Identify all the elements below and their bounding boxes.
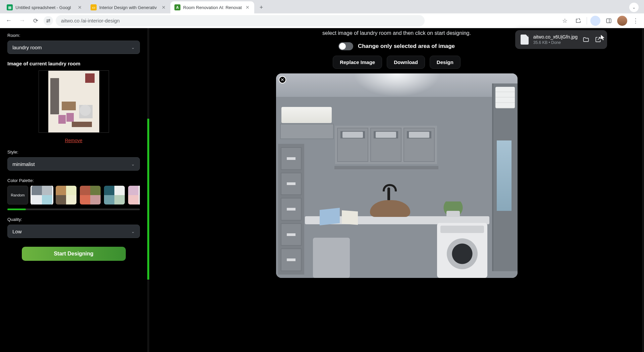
quality-label: Quality:: [7, 217, 140, 222]
tab-spreadsheet[interactable]: ▦ Untitled spreadsheet - Googl ✕: [3, 1, 87, 13]
address-bar[interactable]: aitwo.co/ai-interior-design: [56, 15, 425, 26]
replace-image-button[interactable]: Replace Image: [333, 56, 382, 69]
close-icon[interactable]: ✕: [77, 5, 83, 10]
style-select[interactable]: minimalist ⌄: [7, 157, 140, 171]
chevron-down-icon: ⌄: [131, 45, 135, 50]
extensions-icon[interactable]: [573, 16, 583, 26]
tabs-menu-button[interactable]: ⌄: [629, 3, 639, 12]
account-avatar-icon[interactable]: [617, 16, 627, 26]
browser-toolbar: ← → ⟳ aitwo.co/ai-interior-design ☆ ⋮: [0, 13, 644, 28]
download-label: Download: [394, 59, 418, 65]
close-result-icon[interactable]: ✕: [279, 76, 286, 83]
sidepanel-icon[interactable]: [604, 16, 614, 26]
uploaded-image-thumbnail[interactable]: [39, 70, 109, 133]
design-button[interactable]: Design: [430, 56, 461, 69]
palette-swatch-4[interactable]: [104, 186, 125, 204]
tab-aitwo[interactable]: A Room Renovation AI: Renovat ✕: [170, 1, 254, 13]
chevron-down-icon: ⌄: [131, 162, 135, 167]
tab-title: Interior Design with Generativ: [99, 5, 158, 10]
new-tab-button[interactable]: +: [256, 2, 266, 12]
bookmark-icon[interactable]: ☆: [560, 16, 570, 26]
quality-value: Low: [12, 229, 22, 234]
remove-image-link[interactable]: Remove: [65, 138, 82, 143]
controls-sidebar: Room: laundry room ⌄ Image of current la…: [0, 28, 149, 352]
palette-row: Random: [7, 186, 140, 204]
palette-swatch-1[interactable]: [32, 186, 52, 204]
svg-rect-2: [606, 19, 611, 23]
profile-avatar-icon[interactable]: [590, 16, 600, 26]
open-download-icon[interactable]: [594, 36, 602, 43]
slides-favicon-icon: ▭: [91, 4, 97, 10]
selected-area-toggle[interactable]: [338, 42, 353, 50]
reload-button[interactable]: ⟳: [30, 15, 41, 26]
url-path: /ai-interior-design: [81, 18, 120, 23]
svg-point-0: [49, 19, 50, 20]
palette-swatch-3[interactable]: [80, 186, 101, 204]
chevron-down-icon: ⌄: [131, 229, 135, 234]
random-label: Random: [11, 193, 25, 197]
palette-swatch-5[interactable]: [128, 186, 140, 204]
tab-title: Room Renovation AI: Renovat: [183, 5, 242, 10]
site-settings-icon[interactable]: [44, 16, 53, 25]
kebab-menu-icon[interactable]: ⋮: [631, 16, 641, 26]
palette-swatch-2[interactable]: [56, 186, 76, 204]
palette-random[interactable]: Random: [7, 186, 28, 204]
sheets-favicon-icon: ▦: [7, 4, 13, 10]
tab-slides[interactable]: ▭ Interior Design with Generativ ✕: [87, 1, 170, 13]
palette-label: Color Palette:: [7, 178, 140, 183]
main-panel: select image of laundry room and then cl…: [149, 28, 644, 352]
style-label: Style:: [7, 150, 140, 155]
room-select[interactable]: laundry room ⌄: [7, 41, 140, 54]
show-in-folder-icon[interactable]: [582, 36, 590, 43]
close-icon[interactable]: ✕: [245, 5, 250, 10]
start-designing-button[interactable]: Start Designing: [22, 247, 126, 261]
room-value: laundry room: [12, 45, 42, 50]
quality-select[interactable]: Low ⌄: [7, 225, 140, 238]
back-button[interactable]: ←: [3, 15, 14, 26]
download-filename: aitwo.co_x6UjGfn.jpg: [533, 34, 578, 40]
toolbar-divider: [587, 17, 587, 24]
main-scrollbar-track: [642, 28, 644, 352]
url-host: aitwo.co: [61, 18, 79, 23]
palette-scrollbar[interactable]: [7, 209, 140, 210]
room-label: Room:: [7, 33, 140, 38]
download-button[interactable]: Download: [387, 56, 425, 69]
style-value: minimalist: [12, 161, 35, 167]
replace-label: Replace Image: [340, 59, 375, 65]
result-image: ✕: [276, 73, 518, 278]
start-label: Start Designing: [54, 251, 93, 257]
aitwo-favicon-icon: A: [174, 4, 180, 10]
forward-button[interactable]: →: [17, 15, 28, 26]
tab-title: Untitled spreadsheet - Googl: [15, 5, 74, 10]
download-toast: aitwo.co_x6UjGfn.jpg 35.6 KB • Done: [515, 30, 607, 49]
file-icon: [521, 35, 529, 45]
image-heading: Image of current laundry room: [7, 61, 140, 66]
svg-point-1: [47, 21, 48, 22]
toggle-label: Change only selected area of image: [358, 43, 455, 50]
download-meta: 35.6 KB • Done: [533, 40, 578, 45]
design-label: Design: [437, 59, 453, 65]
close-icon[interactable]: ✕: [161, 5, 166, 10]
tab-strip: ▦ Untitled spreadsheet - Googl ✕ ▭ Inter…: [0, 0, 644, 13]
